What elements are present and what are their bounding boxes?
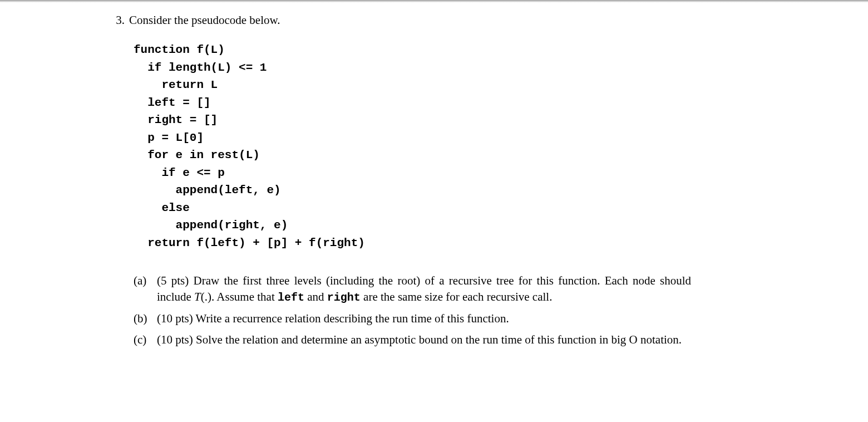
subpart-c-points: (10 pts) (157, 333, 193, 346)
subpart-c-label: (c) (134, 332, 157, 347)
subpart-a-and: and (304, 290, 327, 303)
pseudocode-block: function f(L) if length(L) <= 1 return L… (134, 41, 757, 252)
subpart-a-text2: are the same size for each recursive cal… (361, 290, 553, 303)
subpart-c: (c) (10 pts) Solve the relation and dete… (134, 332, 757, 347)
subpart-b-body: (10 pts) Write a recurrence relation des… (157, 311, 691, 326)
subpart-c-body: (10 pts) Solve the relation and determin… (157, 332, 691, 347)
subpart-a-points: (5 pts) (157, 274, 189, 287)
subpart-b-points: (10 pts) (157, 312, 193, 325)
subparts-list: (a) (5 pts) Draw the first three levels … (134, 273, 757, 347)
subpart-a-paren: (.) (201, 290, 211, 303)
subpart-b: (b) (10 pts) Write a recurrence relation… (134, 311, 757, 326)
subpart-a-label: (a) (134, 273, 157, 288)
subpart-b-text: Write a recurrence relation describing t… (193, 312, 509, 325)
problem-intro-text: Consider the pseudocode below. (129, 12, 757, 28)
problem-number: 3. (111, 12, 129, 28)
subpart-a-T: T (194, 290, 201, 303)
subpart-a-body: (5 pts) Draw the first three levels (inc… (157, 273, 691, 305)
subpart-a: (a) (5 pts) Draw the first three levels … (134, 273, 757, 305)
subpart-c-text: Solve the relation and determine an asym… (193, 333, 682, 346)
document-content: 3. Consider the pseudocode below. functi… (0, 2, 868, 370)
problem-heading-row: 3. Consider the pseudocode below. (111, 12, 757, 28)
subpart-b-label: (b) (134, 311, 157, 326)
subpart-a-mid: . Assume that (211, 290, 278, 303)
subpart-a-tt-left: left (278, 291, 304, 304)
subpart-a-tt-right: right (327, 291, 361, 304)
